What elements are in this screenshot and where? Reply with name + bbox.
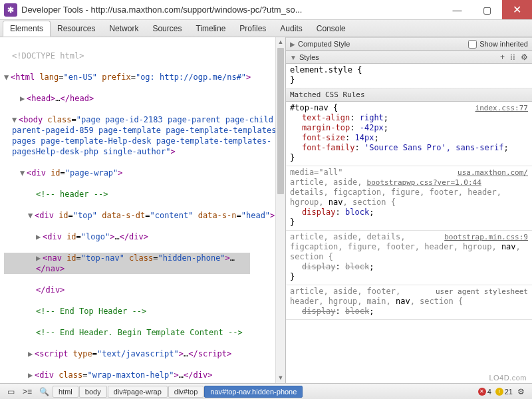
main-area: <!DOCTYPE html> ▼<html lang="en-US" pref… xyxy=(0,37,532,383)
tab-timeline[interactable]: Timeline xyxy=(189,20,233,37)
expand-icon[interactable]: ▼ xyxy=(12,114,19,125)
css-rule[interactable]: bootstrap.min.css:9 article, aside, deta… xyxy=(286,231,532,285)
error-count[interactable]: ✕4 xyxy=(478,388,491,396)
breadcrumb-item-active[interactable]: nav#top-nav.hidden-phone xyxy=(204,386,303,398)
comment-node[interactable]: <!-- End Header. Begin Template Content … xyxy=(4,327,284,338)
gear-icon[interactable]: ⚙ xyxy=(521,53,528,62)
css-rule[interactable]: usa.maxthon.com/ media="all" article, as… xyxy=(286,166,532,231)
breadcrumb-item[interactable]: html xyxy=(53,386,78,398)
breadcrumb-item[interactable]: div#page-wrap xyxy=(108,386,168,398)
source-link[interactable]: user agent stylesheet xyxy=(436,287,528,297)
styles-section-header[interactable]: ▼ Styles + ⁞⁞ ⚙ xyxy=(286,51,532,64)
breadcrumb-item[interactable]: body xyxy=(79,386,107,398)
computed-style-header[interactable]: ▶ Computed Style Show inherited xyxy=(286,37,532,51)
tab-network[interactable]: Network xyxy=(102,20,146,37)
scroll-down-icon[interactable]: ▼ xyxy=(276,373,285,383)
expand-icon[interactable]: ▶ xyxy=(28,348,35,359)
dom-tree[interactable]: <!DOCTYPE html> ▼<html lang="en-US" pref… xyxy=(0,37,285,383)
scroll-up-icon[interactable]: ▲ xyxy=(276,37,285,47)
inspect-icon[interactable]: 🔍 xyxy=(36,385,52,398)
tab-resources[interactable]: Resources xyxy=(51,20,102,37)
breadcrumb-item[interactable]: div#top xyxy=(168,386,203,398)
element-style-rule[interactable]: element.style { } xyxy=(286,64,532,88)
main-toolbar: Elements Resources Network Sources Timel… xyxy=(0,20,532,37)
comment-node[interactable]: <!-- header --> xyxy=(4,189,284,200)
source-link[interactable]: bootstrapwp.css?ver=1.0:44 xyxy=(367,178,481,187)
watermark: LO4D.com xyxy=(489,374,527,382)
warning-icon: ! xyxy=(495,388,503,396)
matched-rules-header: Matched CSS Rules xyxy=(286,88,532,102)
matched-rules-label: Matched CSS Rules xyxy=(290,90,365,100)
new-rule-icon[interactable]: + xyxy=(500,53,505,62)
styles-body[interactable]: element.style { } Matched CSS Rules inde… xyxy=(286,64,532,383)
expand-icon[interactable]: ▼ xyxy=(4,72,11,82)
toggle-state-icon[interactable]: ⁞⁞ xyxy=(510,53,515,62)
titlebar: ✱ Developer Tools - http://usa.maxthon.c… xyxy=(0,0,532,20)
expand-icon[interactable]: ▶ xyxy=(28,370,35,380)
minimize-button[interactable]: — xyxy=(442,0,472,19)
styles-panel: ▶ Computed Style Show inherited ▼ Styles… xyxy=(286,37,532,383)
chevron-right-icon[interactable]: ▶ xyxy=(290,41,295,48)
chevron-down-icon[interactable]: ▼ xyxy=(290,54,297,61)
doctype-node[interactable]: <!DOCTYPE html> xyxy=(4,51,284,61)
css-rule[interactable]: index.css:77 #top-nav { text-align: righ… xyxy=(286,102,532,166)
tab-elements[interactable]: Elements xyxy=(3,21,51,37)
dom-tree-panel[interactable]: <!DOCTYPE html> ▼<html lang="en-US" pref… xyxy=(0,37,286,383)
app-icon: ✱ xyxy=(4,3,17,17)
dock-button[interactable]: ▭ xyxy=(3,385,19,398)
maximize-button[interactable]: ▢ xyxy=(472,0,502,19)
expand-icon[interactable]: ▼ xyxy=(20,168,27,178)
show-inherited-label: Show inherited xyxy=(479,40,528,48)
console-toggle-button[interactable]: >≡ xyxy=(19,385,35,398)
expand-icon[interactable]: ▼ xyxy=(28,210,35,221)
styles-label: Styles xyxy=(299,53,319,61)
expand-icon[interactable]: ▶ xyxy=(36,231,43,242)
close-button[interactable]: ✕ xyxy=(502,0,532,19)
source-link[interactable]: index.css:77 xyxy=(475,103,528,113)
show-inherited-checkbox[interactable] xyxy=(468,40,477,49)
tab-console[interactable]: Console xyxy=(310,20,353,37)
scroll-thumb[interactable] xyxy=(277,48,284,194)
warning-count[interactable]: !21 xyxy=(495,388,513,396)
source-link[interactable]: usa.maxthon.com/ xyxy=(458,168,528,178)
expand-icon[interactable]: ▶ xyxy=(36,253,43,263)
window-title: Developer Tools - http://usa.maxthon.com… xyxy=(21,5,442,15)
window-controls: — ▢ ✕ xyxy=(442,0,532,19)
settings-icon[interactable]: ⚙ xyxy=(513,385,529,398)
source-link[interactable]: bootstrap.min.css:9 xyxy=(444,232,528,242)
computed-style-label: Computed Style xyxy=(298,40,350,48)
css-rule[interactable]: user agent stylesheet article, aside, fo… xyxy=(286,285,532,320)
selected-node[interactable]: ▶<nav id="top-nav" class="hidden-phone">… xyxy=(4,253,250,274)
error-icon: ✕ xyxy=(478,388,486,396)
statusbar: ▭ >≡ 🔍 html body div#page-wrap div#top n… xyxy=(0,383,532,399)
vertical-scrollbar[interactable]: ▲ ▼ xyxy=(275,37,285,383)
selector-text[interactable]: element.style { xyxy=(290,65,528,75)
comment-node[interactable]: <!-- End Top Header --> xyxy=(4,306,284,317)
tab-sources[interactable]: Sources xyxy=(146,20,189,37)
tab-audits[interactable]: Audits xyxy=(273,20,309,37)
tab-profiles[interactable]: Profiles xyxy=(233,20,273,37)
expand-icon[interactable]: ▶ xyxy=(20,93,27,104)
